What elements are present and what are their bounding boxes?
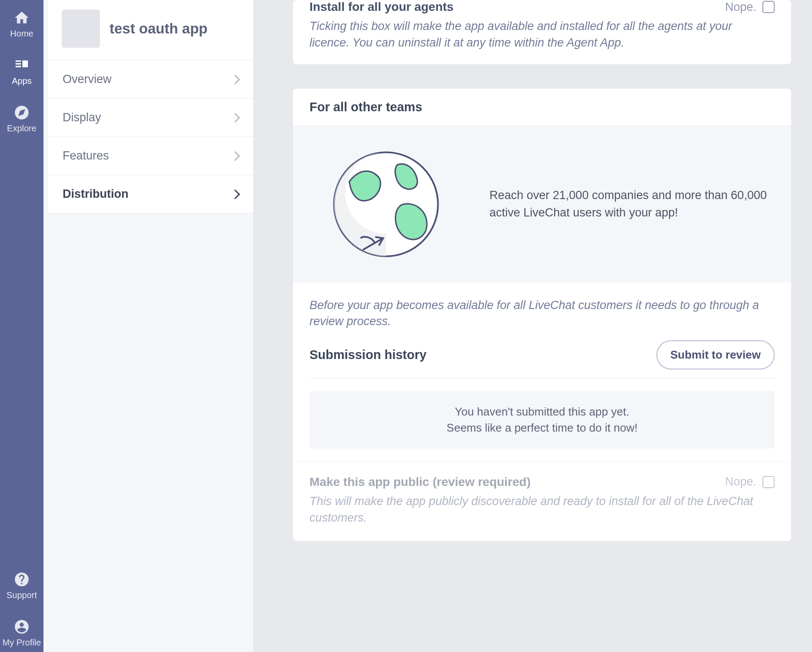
app-icon-placeholder [62, 10, 100, 48]
nav-home[interactable]: Home [0, 8, 43, 40]
app-header: test oauth app [48, 0, 253, 60]
compass-icon [13, 104, 30, 121]
nav-profile-label: My Profile [3, 638, 41, 648]
review-block: Before your app becomes available for al… [293, 283, 791, 462]
nav-apps[interactable]: Apps [0, 55, 43, 88]
help-icon [13, 571, 30, 588]
nav-support[interactable]: Support [0, 569, 43, 602]
chevron-right-icon [230, 189, 240, 199]
make-public-section: Make this app public (review required) N… [293, 462, 791, 541]
empty-line-1: You haven't submitted this app yet. [318, 404, 766, 419]
install-card-title: Install for all your agents [309, 0, 453, 14]
sidebar-item-label: Features [63, 149, 109, 163]
nav-home-label: Home [10, 29, 33, 39]
make-public-title: Make this app public (review required) [309, 475, 531, 489]
chevron-right-icon [230, 113, 240, 123]
sidebar-item-label: Display [63, 111, 101, 124]
submission-history-title: Submission history [309, 348, 426, 362]
submission-empty-state: You haven't submitted this app yet. Seem… [309, 391, 775, 449]
nav-explore[interactable]: Explore [0, 103, 43, 135]
teams-hero: Reach over 21,000 companies and more tha… [293, 126, 791, 283]
other-teams-card: For all other teams Reach over 21,000 co… [293, 89, 791, 541]
app-title: test oauth app [110, 20, 208, 37]
globe-illustration [316, 148, 456, 261]
chevron-right-icon [230, 151, 240, 161]
profile-icon [13, 619, 30, 635]
nav-apps-label: Apps [12, 76, 32, 86]
globe-icon [329, 148, 443, 261]
home-icon [13, 10, 30, 26]
sidebar-item-features[interactable]: Features [48, 137, 253, 175]
global-nav: Home Apps Explore Support My Profile [0, 0, 43, 652]
teams-card-title: For all other teams [309, 100, 775, 114]
nav-explore-label: Explore [7, 123, 37, 133]
install-hint: Ticking this box will make the app avail… [309, 18, 775, 51]
sidebar-item-overview[interactable]: Overview [48, 60, 253, 99]
public-toggle-label: Nope. [725, 475, 756, 489]
sidebar-item-label: Distribution [63, 187, 128, 201]
nav-profile[interactable]: My Profile [0, 617, 43, 649]
public-hint: This will make the app publicly discover… [309, 493, 775, 526]
sidebar-item-distribution[interactable]: Distribution [48, 175, 253, 213]
apps-icon [13, 57, 30, 73]
install-agents-card: Install for all your agents Nope. Tickin… [293, 0, 791, 64]
nav-support-label: Support [7, 590, 37, 600]
empty-line-2: Seems like a perfect time to do it now! [318, 420, 766, 436]
sidebar-item-display[interactable]: Display [48, 99, 253, 137]
chevron-right-icon [230, 74, 240, 84]
app-sidebar: test oauth app Overview Display Features… [43, 0, 254, 652]
sidebar-menu: Overview Display Features Distribution [48, 60, 253, 213]
sidebar-item-label: Overview [63, 73, 112, 86]
install-checkbox[interactable] [762, 1, 775, 13]
public-checkbox[interactable] [762, 476, 775, 488]
install-toggle-label: Nope. [725, 0, 756, 14]
teams-hero-text: Reach over 21,000 companies and more tha… [489, 187, 768, 221]
review-hint: Before your app becomes available for al… [309, 297, 775, 330]
submit-to-review-button[interactable]: Submit to review [656, 340, 775, 369]
main-content: Install for all your agents Nope. Tickin… [254, 0, 812, 652]
